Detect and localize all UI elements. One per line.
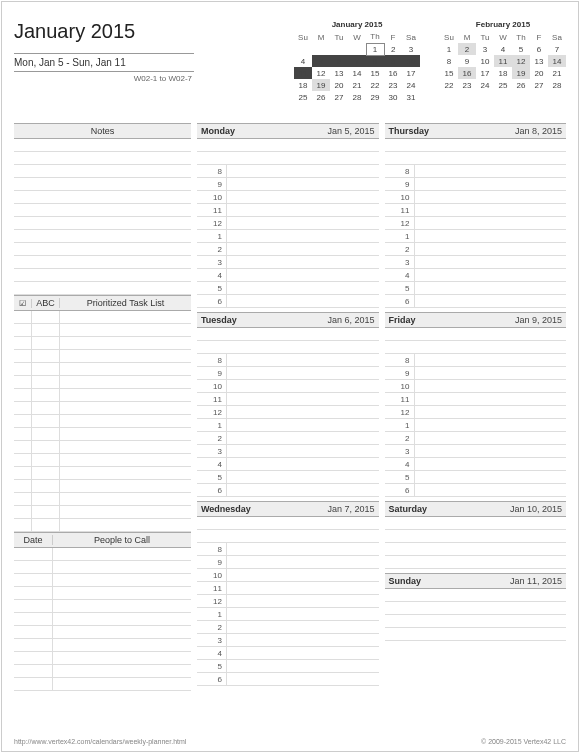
page-title: January 2015 [14,20,194,43]
day-hours[interactable]: 89101112123456 [197,165,379,308]
day-date: Jan 8, 2015 [515,126,562,136]
day-header: Thursday Jan 8, 2015 [385,123,567,139]
planner-page: January 2015 Mon, Jan 5 - Sun, Jan 11 W0… [1,1,579,752]
day-freeform[interactable] [197,328,379,354]
day-header: Monday Jan 5, 2015 [197,123,379,139]
notes-area[interactable] [14,139,191,295]
footer: http://www.vertex42.com/calendars/weekly… [14,738,566,745]
day-friday: Friday Jan 9, 2015 89101112123456 [385,312,567,497]
day-hours[interactable]: 89101112123456 [197,543,379,686]
task-label: Prioritized Task List [60,298,191,308]
day-freeform[interactable] [385,328,567,354]
day-header: Sunday Jan 11, 2015 [385,573,567,589]
header-row: January 2015 Mon, Jan 5 - Sun, Jan 11 W0… [14,20,566,103]
mini-cal-february: February 2015 SuMTuWThFSa123456789101112… [440,20,566,103]
day-header: Tuesday Jan 6, 2015 [197,312,379,328]
mini-cal-title: February 2015 [440,20,566,29]
day-hours[interactable]: 89101112123456 [385,354,567,497]
day-freeform[interactable] [385,517,567,569]
day-freeform[interactable] [385,589,567,641]
notes-header: Notes [14,123,191,139]
content-grid: Notes ☑ ABC Prioritized Task List Date P… [14,123,566,691]
day-date: Jan 5, 2015 [327,126,374,136]
people-header: Date People to Call [14,532,191,548]
day-date: Jan 11, 2015 [510,576,562,586]
day-thursday: Thursday Jan 8, 2015 89101112123456 [385,123,567,308]
left-column: Notes ☑ ABC Prioritized Task List Date P… [14,123,191,691]
people-date-col: Date [14,535,53,545]
day-date: Jan 10, 2015 [510,504,562,514]
day-header: Friday Jan 9, 2015 [385,312,567,328]
task-abc-col: ABC [32,298,60,308]
task-check-col: ☑ [14,299,32,308]
day-freeform[interactable] [385,139,567,165]
mini-cal-january: January 2015 SuMTuWThFSa1234567891011121… [294,20,420,103]
day-name: Saturday [389,504,428,514]
day-name: Tuesday [201,315,237,325]
day-tuesday: Tuesday Jan 6, 2015 89101112123456 [197,312,379,497]
day-freeform[interactable] [197,517,379,543]
people-area[interactable] [14,548,191,691]
title-block: January 2015 Mon, Jan 5 - Sun, Jan 11 W0… [14,20,194,83]
task-area[interactable] [14,311,191,532]
week-codes: W02-1 to W02-7 [14,72,194,83]
day-wednesday: Wednesday Jan 7, 2015 89101112123456 [197,501,379,686]
day-freeform[interactable] [197,139,379,165]
day-name: Thursday [389,126,430,136]
day-name: Wednesday [201,504,251,514]
day-name: Friday [389,315,416,325]
day-hours[interactable]: 89101112123456 [197,354,379,497]
date-range: Mon, Jan 5 - Sun, Jan 11 [14,53,194,72]
day-header: Saturday Jan 10, 2015 [385,501,567,517]
right-column: Thursday Jan 8, 2015 89101112123456 Frid… [385,123,567,691]
people-label: People to Call [53,535,191,545]
task-header: ☑ ABC Prioritized Task List [14,295,191,311]
day-name: Sunday [389,576,422,586]
day-header: Wednesday Jan 7, 2015 [197,501,379,517]
middle-column: Monday Jan 5, 2015 89101112123456 Tuesda… [197,123,379,691]
day-hours[interactable]: 89101112123456 [385,165,567,308]
day-sunday: Sunday Jan 11, 2015 [385,573,567,641]
footer-url: http://www.vertex42.com/calendars/weekly… [14,738,186,745]
day-date: Jan 9, 2015 [515,315,562,325]
notes-label: Notes [91,126,115,136]
day-monday: Monday Jan 5, 2015 89101112123456 [197,123,379,308]
day-date: Jan 6, 2015 [327,315,374,325]
day-date: Jan 7, 2015 [327,504,374,514]
day-saturday: Saturday Jan 10, 2015 [385,501,567,569]
day-name: Monday [201,126,235,136]
mini-cal-title: January 2015 [294,20,420,29]
mini-calendars: January 2015 SuMTuWThFSa1234567891011121… [194,20,566,103]
footer-copyright: © 2009-2015 Vertex42 LLC [481,738,566,745]
